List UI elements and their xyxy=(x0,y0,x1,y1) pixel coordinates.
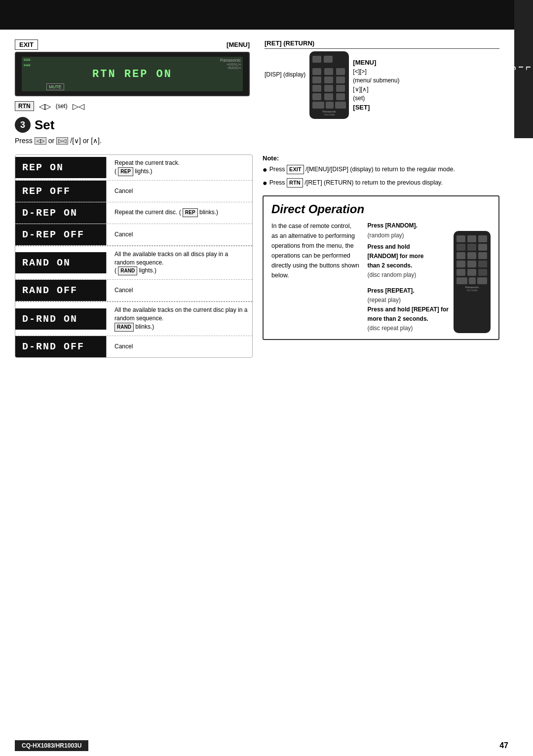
language-label: ENGLISH xyxy=(502,66,533,72)
or-label-2: /[∨] or [∧]. xyxy=(70,137,102,145)
r-btn-10 xyxy=(312,85,321,92)
sr-grid-3 xyxy=(457,252,488,259)
r-btn-12 xyxy=(336,85,345,92)
sr-btn-7 xyxy=(457,252,465,259)
inst-1: Press [RANDOM]. (random play) xyxy=(368,221,449,240)
vc-label: [∨][∧] xyxy=(353,86,399,93)
option-display-drnd-on: D-RND ON xyxy=(15,308,107,330)
set-arrow-left: ◁▷ xyxy=(39,102,51,111)
exit-label: EXIT xyxy=(15,39,38,50)
bullet-2: ● xyxy=(263,178,267,188)
arrow-left: ◁▷ xyxy=(35,137,46,145)
option-display-rep-on: REP ON xyxy=(15,157,107,178)
option-display-drep-on: D-REP ON xyxy=(15,202,107,224)
r-btn-7 xyxy=(312,76,321,83)
option-group-drep-on: D-REP ON Repeat the current disc. ( REP … xyxy=(15,202,252,224)
ret-return-label-block: [RET] (RETURN) [DISP] (display) xyxy=(265,39,499,119)
mid-btn-grid-1 xyxy=(312,68,346,75)
option-display-drnd-off: D-RND OFF xyxy=(15,336,107,357)
display-inner: ≡≡≡ ≡≡≡ RTN REP ON Panasonic ≡MENU≡ ≡BAN… xyxy=(22,57,243,91)
sr-btn-2 xyxy=(467,235,476,242)
display-labels: Panasonic ≡MENU≡ ≡BAND≡ xyxy=(220,58,241,70)
sr-btn-8 xyxy=(467,252,476,259)
sr-btn-6 xyxy=(478,244,487,251)
display-left-labels: ≡≡≡ ≡≡≡ xyxy=(24,58,31,68)
r-btn-15 xyxy=(336,93,345,100)
display-bottom: MUTE xyxy=(46,84,64,89)
option-desc-drep-off: Cancel xyxy=(112,227,252,243)
option-row-rep-on: REP ON Repeat the current track. ( REP l… xyxy=(15,155,252,180)
ret-return-label: [RET] (RETURN) xyxy=(265,39,499,49)
right-panel: [RET] (RETURN) [DISP] (display) xyxy=(265,39,499,145)
rand-tag-1: RAND xyxy=(118,266,137,275)
footer-model: CQ-HX1083/HR1003U xyxy=(15,740,88,751)
option-display-rand-off: RAND OFF xyxy=(15,280,107,301)
step-number: 3 xyxy=(15,117,31,133)
disp-display-label: [DISP] (display) xyxy=(265,71,305,78)
r-btn-5 xyxy=(324,68,333,75)
r-btn-3 xyxy=(335,56,346,67)
option-group-drep-off: D-REP OFF Cancel xyxy=(15,224,252,246)
option-display-drep-off: D-REP OFF xyxy=(15,224,107,245)
mid-btn-grid-2 xyxy=(312,76,346,83)
side-tab: ENGLISH 20 xyxy=(514,0,533,138)
sr-grid-1 xyxy=(457,235,488,242)
bottom-btn-row xyxy=(312,102,346,109)
remote-body: Panasonic Car Audio xyxy=(309,51,349,119)
display-text: RTN REP ON xyxy=(92,68,172,80)
sr-grid-4 xyxy=(457,261,488,267)
menu-label: [MENU] xyxy=(227,41,250,48)
menu-submenu-label: (menu/ submenu) xyxy=(353,77,399,84)
r-btn-16 xyxy=(312,102,324,109)
right-side-labels: [MENU] [<][>] (menu/ submenu) [∨][∧] (se… xyxy=(353,59,399,111)
inst-4-bold: Press and hold [REPEAT] formore than 2 s… xyxy=(368,306,449,322)
option-row-drep-on: D-REP ON Repeat the current disc. ( REP … xyxy=(15,202,252,224)
set-bracket-label: [SET] xyxy=(353,104,399,111)
main-content: EXIT [MENU] ≡≡≡ ≡≡≡ RTN REP ON Panasonic… xyxy=(0,30,514,756)
inst-4-sub: (disc repeat play) xyxy=(368,325,413,332)
set-paren-label: (set) xyxy=(353,95,399,102)
option-group-rand-off: RAND OFF Cancel xyxy=(15,280,252,302)
direct-op-right: Press [RANDOM]. (random play) Press and … xyxy=(368,221,491,333)
r-btn-17 xyxy=(326,102,334,109)
sr-btn-14 xyxy=(467,269,476,276)
arrows-label: [<][>] xyxy=(353,68,399,75)
remote-wrapper: [DISP] (display) xyxy=(265,51,499,119)
direct-op-description: In the case of remote control, as an alt… xyxy=(271,221,360,333)
sr-grid-2 xyxy=(457,244,488,251)
option-desc-rep-on: Repeat the current track. ( REP lights.) xyxy=(112,155,252,180)
inst-3: Press [REPEAT]. (repeat play) xyxy=(368,286,449,305)
rep-tag-2: REP xyxy=(183,208,198,217)
option-group-rand-on: RAND ON All the available tracks on all … xyxy=(15,246,252,280)
sr-btn-3 xyxy=(478,235,487,242)
top-btn-grid xyxy=(312,56,346,67)
inst-3-bold: Press [REPEAT]. xyxy=(368,287,415,294)
option-row-drep-off: D-REP OFF Cancel xyxy=(15,224,252,245)
footer-page-number: 47 xyxy=(499,741,508,750)
arrow-right: ▷◁ xyxy=(56,137,68,145)
side-page-number: 20 xyxy=(493,68,503,76)
sr-bottom-row xyxy=(457,277,488,284)
direct-op-content: In the case of remote control, as an alt… xyxy=(271,221,491,333)
inst-2-sub: (disc random play) xyxy=(368,271,417,278)
sr-btn-4 xyxy=(457,244,465,251)
options-list: REP ON Repeat the current track. ( REP l… xyxy=(15,154,253,358)
inst-4: Press and hold [REPEAT] formore than 2 s… xyxy=(368,305,449,334)
rtn-inline-box: RTN xyxy=(287,178,303,188)
sr-grid-5 xyxy=(457,269,488,276)
option-row-drnd-on: D-RND ON All the available tracks on the… xyxy=(15,302,252,336)
sr-btn-18 xyxy=(477,277,487,284)
note-title: Note: xyxy=(263,154,499,162)
bottom-controls: RTN ◁▷ (set) ▷◁ xyxy=(15,101,250,111)
mid-btn-grid-3 xyxy=(312,85,346,92)
inst-2-bold: Press and hold[RANDOM] for morethan 2 se… xyxy=(368,243,424,269)
option-desc-rep-off: Cancel xyxy=(112,183,252,199)
set-label: (set) xyxy=(56,103,68,110)
small-remote: Panasonic Car Audio xyxy=(454,231,491,333)
remote-left-labels: [DISP] (display) xyxy=(265,71,305,78)
sr-btn-9 xyxy=(478,252,487,259)
notes-section: Note: ● Press EXIT /[MENU]/[DISP] (displ… xyxy=(263,154,499,358)
press-instruction: Press ◁▷ or ▷◁ /[∨] or [∧]. xyxy=(15,137,250,145)
option-display-rand-on: RAND ON xyxy=(15,252,107,273)
inst-3-sub: (repeat play) xyxy=(368,297,401,303)
